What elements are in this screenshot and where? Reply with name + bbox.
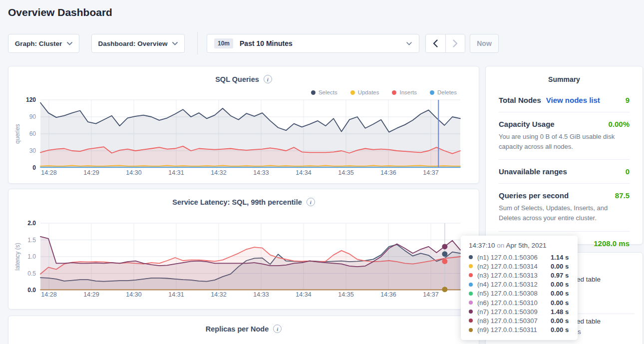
tooltip-node-row: (n2) 127.0.0.1:503140.00 s xyxy=(469,262,573,271)
replicas-per-node-title: Replicas per Node xyxy=(206,325,269,333)
svg-text:14:32: 14:32 xyxy=(211,291,226,298)
svg-text:14:30: 14:30 xyxy=(126,291,141,298)
dashboard-dropdown[interactable]: Dashboard: Overview xyxy=(91,34,185,53)
summary-row-label: Capacity Usage xyxy=(499,120,555,128)
summary-row: Capacity Usage0.00%You are using 0 B of … xyxy=(499,112,630,160)
svg-text:1.0: 1.0 xyxy=(27,253,36,260)
tooltip-series-dot-icon xyxy=(469,310,473,314)
info-icon[interactable]: i xyxy=(264,75,272,83)
service-latency-chart[interactable]: 14:2814:2914:3014:3114:3214:3314:3414:35… xyxy=(8,218,480,301)
svg-text:0.0: 0.0 xyxy=(27,287,36,294)
sql-queries-title: SQL Queries xyxy=(215,75,259,83)
svg-text:14:30: 14:30 xyxy=(126,169,141,176)
tooltip-node-label: (n3) 127.0.0.1:50313 xyxy=(477,272,551,279)
svg-text:14:31: 14:31 xyxy=(168,169,184,176)
svg-text:14:35: 14:35 xyxy=(338,169,353,176)
summary-row-label: Unavailable ranges xyxy=(499,167,567,176)
svg-text:14:29: 14:29 xyxy=(83,291,99,298)
replicas-per-node-card: Replicas per Node i xyxy=(8,316,479,344)
summary-row-description: You are using 0 B of 4.5 GiB usable disk… xyxy=(499,132,630,152)
time-range-badge: 10m xyxy=(214,38,233,48)
time-range-label: Past 10 Minutes xyxy=(240,39,406,47)
svg-text:14:31: 14:31 xyxy=(168,291,184,298)
summary-row-description: Sum of Selects, Updates, Inserts, and De… xyxy=(499,203,630,223)
tooltip-series-dot-icon xyxy=(469,255,473,259)
svg-text:queries: queries xyxy=(14,124,21,143)
tooltip-node-value: 1.48 s xyxy=(551,308,569,316)
tooltip-series-dot-icon xyxy=(469,301,473,305)
summary-row-value: 0 xyxy=(626,167,630,176)
tooltip-node-label: (n1) 127.0.0.1:50306 xyxy=(477,254,551,261)
svg-text:14:29: 14:29 xyxy=(83,169,99,176)
svg-text:14:33: 14:33 xyxy=(253,169,269,176)
info-icon[interactable]: i xyxy=(273,325,282,333)
next-timeframe-button[interactable] xyxy=(445,34,465,52)
time-range-dropdown[interactable]: 10m Past 10 Minutes xyxy=(207,34,419,53)
tooltip-node-label: (n4) 127.0.0.1:50312 xyxy=(477,281,551,288)
tooltip-on: on xyxy=(497,242,504,249)
legend-item[interactable]: Deletes xyxy=(430,89,457,95)
tooltip-series-dot-icon xyxy=(469,328,473,332)
chart-hover-tooltip: 14:37:10 on Apr 5th, 2021 (n1) 127.0.0.1… xyxy=(461,236,578,340)
tooltip-node-value: 0.00 s xyxy=(551,326,569,334)
summary-row-value: 0.00% xyxy=(608,120,630,128)
sql-queries-legend: SelectsUpdatesInsertsDeletes xyxy=(311,89,457,95)
tooltip-date: Apr 5th, 2021 xyxy=(506,242,546,249)
sql-queries-chart[interactable]: 14:2814:2914:3014:3114:3214:3314:3414:35… xyxy=(8,95,480,181)
tooltip-node-row: (n8) 127.0.0.1:503070.00 s xyxy=(469,316,573,325)
svg-text:14:37: 14:37 xyxy=(423,169,438,176)
tooltip-series-dot-icon xyxy=(469,264,473,268)
tooltip-node-value: 0.00 s xyxy=(551,281,569,288)
legend-label: Selects xyxy=(319,89,337,95)
summary-row: Unavailable ranges0 xyxy=(499,160,630,184)
tooltip-node-row: (n9) 127.0.0.1:503110.00 s xyxy=(469,326,573,335)
previous-timeframe-button[interactable] xyxy=(426,34,445,52)
dashboard-dropdown-label: Dashboard: Overview xyxy=(98,40,168,47)
svg-text:14:33: 14:33 xyxy=(253,291,269,298)
svg-text:1.5: 1.5 xyxy=(27,237,36,244)
legend-label: Deletes xyxy=(437,89,457,95)
legend-item[interactable]: Updates xyxy=(350,89,379,95)
svg-text:0: 0 xyxy=(32,164,36,171)
svg-text:14:34: 14:34 xyxy=(296,291,311,298)
sql-queries-card: SQL Queries i SelectsUpdatesInsertsDelet… xyxy=(8,66,479,184)
tooltip-node-value: 0.00 s xyxy=(551,290,569,297)
legend-item[interactable]: Selects xyxy=(311,89,337,95)
info-icon[interactable]: i xyxy=(307,198,315,206)
svg-text:14:28: 14:28 xyxy=(41,291,56,298)
now-button[interactable]: Now xyxy=(470,34,499,53)
svg-text:latency (s): latency (s) xyxy=(14,243,21,270)
tooltip-rows: (n1) 127.0.0.1:503061.14 s(n2) 127.0.0.1… xyxy=(469,253,573,335)
chevron-down-icon xyxy=(172,42,178,45)
svg-text:14:32: 14:32 xyxy=(211,169,226,176)
tooltip-timestamp: 14:37:10 on Apr 5th, 2021 xyxy=(469,242,573,249)
tooltip-node-value: 0.00 s xyxy=(551,263,569,270)
tooltip-node-row: (n7) 127.0.0.1:503091.48 s xyxy=(469,307,573,316)
legend-dot-icon xyxy=(430,90,434,95)
tooltip-node-label: (n6) 127.0.0.1:50310 xyxy=(477,299,551,307)
view-nodes-list-link[interactable]: View nodes list xyxy=(546,96,600,104)
legend-label: Updates xyxy=(358,89,379,95)
tooltip-series-dot-icon xyxy=(469,319,473,323)
controls-divider xyxy=(197,32,198,54)
svg-text:60: 60 xyxy=(29,130,36,137)
legend-item[interactable]: Inserts xyxy=(392,89,417,95)
tooltip-node-value: 0.97 s xyxy=(551,272,569,279)
tooltip-node-row: (n1) 127.0.0.1:503061.14 s xyxy=(469,253,573,262)
tooltip-node-value: 1.14 s xyxy=(551,254,569,261)
legend-label: Inserts xyxy=(399,89,417,95)
time-step-buttons xyxy=(425,34,465,53)
tooltip-node-value: 0.00 s xyxy=(551,317,569,325)
graph-dropdown-label: Graph: Cluster xyxy=(15,40,62,47)
tooltip-node-label: (n9) 127.0.0.1:50311 xyxy=(477,326,551,334)
svg-text:14:37: 14:37 xyxy=(423,291,438,298)
tooltip-node-label: (n8) 127.0.0.1:50307 xyxy=(477,317,551,325)
summary-title: Summary xyxy=(486,66,643,88)
summary-row-label: Total Nodes xyxy=(499,96,541,104)
service-latency-title-row: Service Latency: SQL, 99th percentile i xyxy=(8,198,479,206)
service-latency-card: Service Latency: SQL, 99th percentile i … xyxy=(8,189,479,310)
tooltip-node-row: (n5) 127.0.0.1:503080.00 s xyxy=(469,289,573,298)
legend-dot-icon xyxy=(350,90,355,95)
tooltip-node-row: (n3) 127.0.0.1:503130.97 s xyxy=(469,271,573,280)
graph-dropdown[interactable]: Graph: Cluster xyxy=(8,34,79,53)
